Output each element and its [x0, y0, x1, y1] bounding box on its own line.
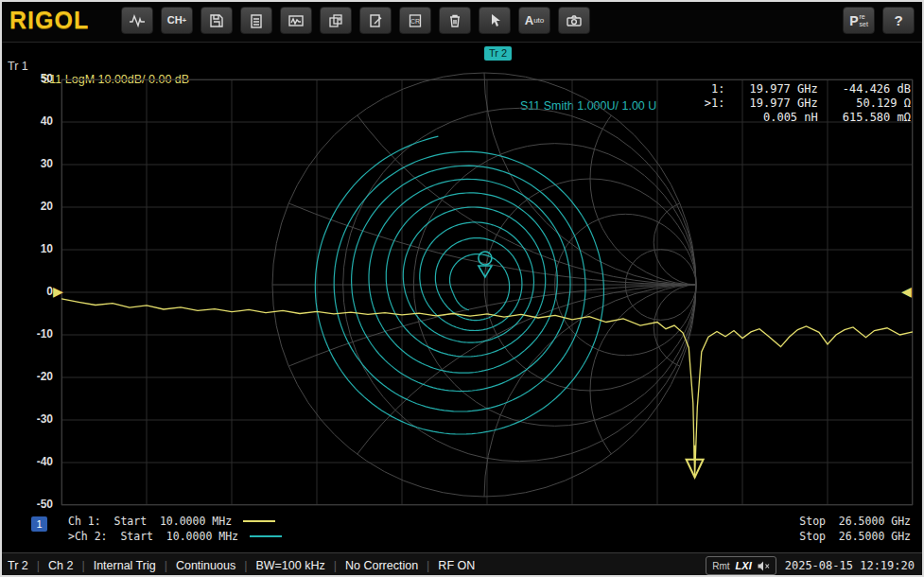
- status-active-channel[interactable]: Ch 2: [28, 559, 74, 572]
- autoscale-button[interactable]: Auto: [518, 7, 550, 34]
- status-bar: Tr 2 Ch 2 Internal Trig Continuous BW=10…: [0, 552, 924, 577]
- stop-freq-ch2: Stop 26.5000 GHz: [799, 530, 911, 543]
- trace2-selector-badge[interactable]: Tr 2: [484, 46, 512, 61]
- status-if-bandwidth[interactable]: BW=100 kHz: [235, 559, 325, 572]
- legend-ch1: Ch 1: Start 10.0000 MHz: [68, 515, 275, 528]
- vna-screen: RIGOL CH+ CR: [0, 0, 924, 577]
- auto-label-big: A: [525, 13, 533, 27]
- y-tick: 40: [13, 114, 53, 128]
- status-right: Rmt LXI 2025-08-15 12:19:20: [706, 556, 924, 575]
- remote-label: Rmt: [712, 561, 729, 571]
- camera-icon: [566, 12, 583, 29]
- cursor-icon: [486, 12, 503, 29]
- toolbar-right-buttons: P reset ?: [843, 7, 915, 34]
- trace-window-icon: [288, 12, 305, 29]
- auto-label-small: uto: [533, 16, 544, 25]
- speaker-muted-icon: [758, 561, 770, 571]
- trace2-line-sample: [250, 535, 282, 537]
- ch-plus-label: CH: [167, 15, 183, 26]
- touch-button[interactable]: [479, 7, 511, 34]
- plot-canvas[interactable]: [61, 79, 913, 505]
- legend-ch2-text: >Ch 2: Start 10.0000 MHz: [68, 530, 238, 543]
- marker-id: [705, 111, 725, 124]
- marker-value: -44.426 dB: [843, 82, 911, 96]
- y-tick: 50: [13, 72, 53, 85]
- add-channel-button[interactable]: CH+: [161, 7, 193, 34]
- ch-plus-sup: +: [183, 17, 187, 25]
- save-icon: [208, 12, 225, 29]
- trace-header: Tr 1 S11 LogM 10.00dB/ 0.00 dB Tr 2 S11 …: [0, 46, 924, 63]
- status-active-trace[interactable]: Tr 2: [8, 559, 28, 572]
- marker-freq: 19.977 GHz: [750, 82, 818, 96]
- cal-button[interactable]: CR: [399, 7, 431, 34]
- channel-badge[interactable]: 1: [31, 516, 47, 532]
- preset-label-big: P: [849, 13, 858, 28]
- trace-button[interactable]: [121, 7, 153, 34]
- help-button[interactable]: ?: [882, 7, 915, 34]
- ref-level-marker-left: ▶: [53, 285, 63, 298]
- help-label: ?: [894, 12, 902, 28]
- marker-readout: 1: 19.977 GHz -44.426 dB >1: 19.977 GHz …: [705, 82, 911, 124]
- datetime: 2025-08-15 12:19:20: [785, 559, 915, 572]
- toolbar: RIGOL CH+ CR: [0, 0, 924, 43]
- window-layout-button[interactable]: [280, 7, 312, 34]
- y-tick: -10: [13, 327, 53, 341]
- delete-button[interactable]: [439, 7, 471, 34]
- waveform-icon: [129, 12, 146, 29]
- edit-file-icon: [367, 12, 384, 29]
- y-tick: 20: [13, 200, 53, 213]
- y-tick: -40: [13, 455, 53, 468]
- remote-status-box: Rmt LXI: [706, 556, 776, 575]
- status-rf-state[interactable]: RF ON: [418, 559, 475, 572]
- y-tick: -30: [13, 412, 53, 426]
- legend-ch1-text: Ch 1: Start 10.0000 MHz: [68, 515, 232, 528]
- preset-label-top: re: [860, 13, 868, 21]
- y-tick: 30: [13, 157, 53, 170]
- status-correction[interactable]: No Correction: [325, 559, 418, 572]
- y-tick: 0: [13, 285, 53, 298]
- y-tick: 10: [13, 242, 53, 255]
- channel-copy-icon: [327, 12, 344, 29]
- file-list-icon: [248, 12, 265, 29]
- marker-value: 50.129 Ω: [843, 96, 911, 110]
- y-tick: -20: [13, 370, 53, 383]
- marker-id: 1:: [705, 82, 725, 96]
- status-trigger-source[interactable]: Internal Trig: [73, 559, 155, 572]
- save-button[interactable]: [200, 7, 233, 34]
- cal-label: CR: [410, 18, 420, 25]
- preset-button[interactable]: P reset: [843, 7, 875, 34]
- edit-button[interactable]: [359, 7, 392, 34]
- rigol-logo: RIGOL: [9, 7, 89, 34]
- legend-ch2: >Ch 2: Start 10.0000 MHz: [68, 530, 282, 543]
- status-items: Tr 2 Ch 2 Internal Trig Continuous BW=10…: [0, 559, 475, 572]
- marker-freq: 0.005 nH: [750, 111, 818, 124]
- trash-icon: [446, 12, 463, 29]
- cal-file-icon: CR: [407, 12, 424, 29]
- add-trace-button[interactable]: [320, 7, 352, 34]
- recall-button[interactable]: [240, 7, 272, 34]
- marker-id: >1:: [705, 96, 725, 110]
- y-tick: -50: [13, 498, 53, 511]
- lxi-logo: LXI: [736, 560, 752, 571]
- marker-value: 615.580 mΩ: [843, 111, 911, 124]
- trace1-line-sample: [243, 520, 275, 522]
- ref-level-marker-right: ◀: [901, 285, 912, 298]
- marker-freq: 19.977 GHz: [750, 96, 818, 110]
- stop-freq-ch1: Stop 26.5000 GHz: [799, 515, 911, 528]
- toolbar-buttons: CH+ CR: [121, 7, 590, 34]
- screenshot-button[interactable]: [558, 7, 590, 34]
- status-sweep-mode[interactable]: Continuous: [156, 559, 236, 572]
- preset-label-bottom: set: [860, 21, 868, 28]
- trace1-selector[interactable]: Tr 1: [8, 60, 28, 73]
